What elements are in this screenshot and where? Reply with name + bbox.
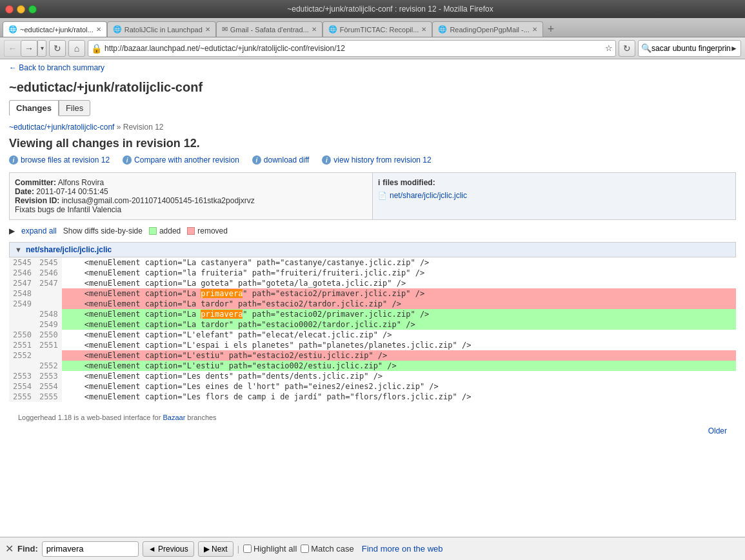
url-input[interactable] (104, 44, 602, 53)
date-value: 2011-07-14 00:51:45 (36, 187, 108, 196)
match-case-checkbox[interactable] (301, 545, 309, 553)
maximize-button[interactable] (28, 5, 37, 14)
show-diffs-label: Show diffs side-by-side (63, 226, 143, 235)
tab-close-5[interactable]: ✕ (532, 26, 537, 33)
home-button[interactable]: ⌂ (68, 40, 85, 57)
search-bar[interactable]: 🔍 ► (638, 40, 741, 57)
history-label: view history from revision 12 (333, 155, 431, 165)
line-num-old: 2546 (9, 268, 35, 278)
table-row: 2552 <menuElement caption="L'estiu" path… (9, 350, 736, 361)
back-forward-group: ← → ▾ (4, 40, 46, 57)
tab-icon-4: 🌐 (328, 25, 337, 34)
commit-box: Committer: Alfons Rovira Date: 2011-07-1… (9, 172, 736, 220)
findbar-separator: | (237, 544, 239, 554)
table-row: 25452545 <menuElement caption="La castan… (9, 257, 736, 268)
compare-label: Compare with another revision (134, 155, 239, 165)
line-num-old: 2545 (9, 257, 35, 268)
revision-row: Revision ID: inclusa@gmail.com-201107140… (15, 196, 367, 205)
page-title: ~edutictac/+junk/ratolijclic-conf (9, 76, 736, 100)
tab-3[interactable]: ✉ Gmail - Safata d'entrad... ✕ (216, 21, 323, 37)
tab-close-4[interactable]: ✕ (421, 26, 426, 33)
findbar-next-button[interactable]: ▶ Next (198, 541, 233, 557)
modified-file-link[interactable]: 📄 net/share/jclic/jclic.jclic (378, 191, 730, 200)
file-icon: 📄 (378, 192, 387, 200)
findbar-input[interactable] (42, 541, 139, 557)
download-label: download diff (264, 155, 310, 165)
bazaar-link[interactable]: Bazaar (163, 414, 185, 421)
line-num-old: 2555 (9, 392, 35, 402)
tab-close-2[interactable]: ✕ (205, 26, 210, 33)
search-submit-icon[interactable]: ► (730, 44, 738, 53)
line-num-new (35, 350, 62, 361)
table-row: 25462546 <menuElement caption="la fruite… (9, 268, 736, 278)
tab-4[interactable]: 🌐 FòrumTICTAC: Recopil... ✕ (323, 21, 433, 37)
tab-1[interactable]: 🌐 ~edutictac/+junk/ratol... ✕ (3, 21, 107, 37)
reload-button[interactable]: ↻ (49, 40, 66, 57)
findbar-close-button[interactable]: ✕ (5, 543, 14, 555)
table-row: 25472547 <menuElement caption="La goteta… (9, 278, 736, 288)
older-link-container: Older (9, 424, 736, 438)
download-diff-link[interactable]: i download diff (252, 155, 310, 165)
search-input[interactable] (651, 44, 730, 53)
commit-info-left: Committer: Alfons Rovira Date: 2011-07-1… (10, 173, 373, 219)
view-history-link[interactable]: i view history from revision 12 (322, 155, 431, 165)
expand-all-link[interactable]: expand all (21, 226, 57, 235)
forward-dropdown[interactable]: ▾ (37, 40, 46, 57)
address-bar[interactable]: 🔒 ☆ (88, 40, 616, 57)
tab-files[interactable]: Files (59, 100, 90, 116)
back-to-branch-link[interactable]: ← Back to branch summary (0, 59, 745, 76)
line-num-new: 2547 (35, 278, 62, 288)
committer-value: Alfons Rovira (58, 178, 104, 187)
removed-legend: removed (187, 226, 228, 235)
back-link-text[interactable]: ← Back to branch summary (9, 63, 104, 72)
diff-controls: ▶ expand all Show diffs side-by-side add… (9, 226, 736, 235)
line-num-new (35, 299, 62, 309)
tab-2[interactable]: 🌐 RatoliJClic in Launchpad ✕ (107, 21, 216, 37)
table-row: 25552555 <menuElement caption="Les flors… (9, 392, 736, 402)
match-case-label[interactable]: Match case (301, 544, 353, 554)
code-cell: <menuElement caption="L'elefant" path="e… (62, 330, 736, 340)
tab-changes[interactable]: Changes (9, 100, 59, 116)
diff-filename-link[interactable]: net/share/jclic/jclic.jclic (26, 245, 112, 254)
go-button[interactable]: ↻ (619, 40, 635, 57)
files-modified-text: files modified: (382, 178, 435, 187)
browse-files-link[interactable]: i browse files at revision 12 (9, 155, 110, 165)
close-button[interactable] (5, 5, 14, 14)
code-cell: <menuElement caption="la fruiteria" path… (62, 268, 736, 278)
search-highlight: primavera (201, 289, 243, 298)
line-num-old: 2548 (9, 288, 35, 299)
window-title: ~edutictac/+junk/ratolijclic-conf : revi… (41, 5, 740, 14)
page-content: ← Back to branch summary ~edutictac/+jun… (0, 59, 745, 537)
find-web-link[interactable]: Find more on the web (362, 544, 443, 554)
line-num-new: 2546 (35, 268, 62, 278)
added-label: added (159, 226, 181, 235)
browse-info-icon: i (9, 155, 18, 165)
line-num-old: 2547 (9, 278, 35, 288)
table-row: 2549 <menuElement caption="La tardor" pa… (9, 299, 736, 309)
collapse-icon[interactable]: ▼ (15, 246, 22, 254)
files-modified-label: i files modified: (378, 178, 730, 187)
back-button[interactable]: ← (4, 40, 21, 57)
line-num-new: 2555 (35, 392, 62, 402)
compare-revision-link[interactable]: i Compare with another revision (123, 155, 239, 165)
tab-label-2: RatoliJClic in Launchpad (124, 26, 203, 34)
tab-close-3[interactable]: ✕ (312, 26, 317, 33)
older-link[interactable]: Older (708, 426, 727, 435)
bookmark-star-icon[interactable]: ☆ (605, 43, 613, 53)
tab-5[interactable]: 🌐 ReadingOpenPgpMail -... ✕ (432, 21, 543, 37)
breadcrumb-branch-link[interactable]: ~edutictac/+junk/ratolijclic-conf (9, 123, 114, 132)
search-engine-icon: 🔍 (641, 43, 651, 53)
line-num-old: 2552 (9, 350, 35, 361)
commit-message: Fixats bugs de Infantil Valencia (15, 205, 367, 214)
download-info-icon: i (252, 155, 261, 165)
compare-info-icon: i (123, 155, 132, 165)
minimize-button[interactable] (17, 5, 25, 14)
new-tab-button[interactable]: + (543, 21, 559, 37)
findbar-previous-button[interactable]: ◄ Previous (143, 541, 194, 557)
highlight-all-checkbox[interactable] (243, 545, 252, 553)
forward-button[interactable]: → (21, 40, 37, 57)
tab-label-1: ~edutictac/+junk/ratol... (20, 26, 94, 34)
table-row: 2549 <menuElement caption="La tardor" pa… (9, 319, 736, 330)
tab-close-1[interactable]: ✕ (96, 26, 101, 33)
highlight-all-label[interactable]: Highlight all (243, 544, 297, 554)
